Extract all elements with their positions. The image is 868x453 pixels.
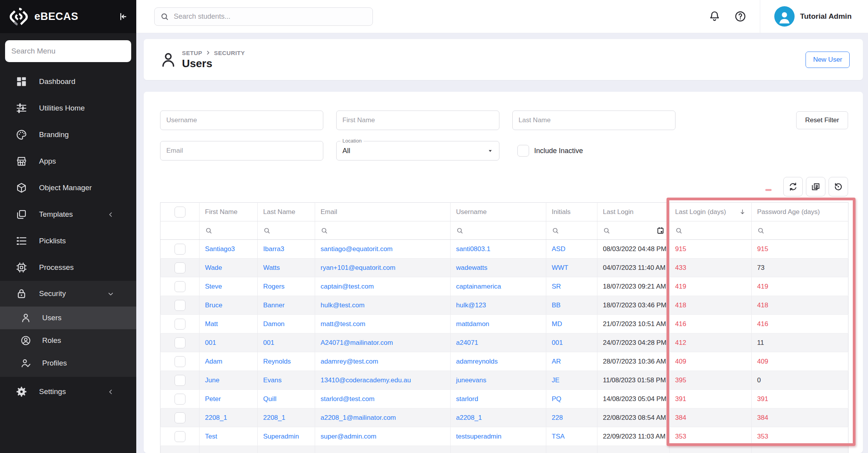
filter-cell-last-login-days[interactable]	[670, 221, 752, 240]
last-name-link[interactable]: Ibarra3	[263, 245, 284, 253]
include-inactive-checkbox[interactable]: Include Inactive	[512, 145, 583, 157]
revert-layout-button[interactable]	[829, 177, 848, 196]
row-checkbox[interactable]	[175, 262, 185, 273]
row-checkbox[interactable]	[175, 300, 185, 311]
filter-cell-initials[interactable]	[546, 221, 597, 240]
initials-value[interactable]: 228	[552, 414, 563, 421]
last-name-link[interactable]: Reynolds	[263, 358, 291, 365]
help-icon[interactable]	[734, 10, 747, 23]
row-checkbox[interactable]	[175, 244, 185, 255]
sidebar-item-picklists[interactable]: Picklists	[0, 228, 136, 254]
calendar-icon[interactable]	[656, 226, 665, 235]
initials-value[interactable]: AR	[552, 358, 561, 365]
first-name-link[interactable]: Test	[205, 433, 217, 440]
student-search-input[interactable]	[174, 12, 367, 21]
sidebar-item-roles[interactable]: Roles	[0, 329, 136, 352]
row-checkbox[interactable]	[175, 319, 185, 330]
email-link[interactable]: a2208_1@mailinator.com	[321, 414, 396, 421]
first-name-link[interactable]: June	[205, 376, 219, 384]
email-link[interactable]: hulk@test.com	[321, 301, 365, 309]
filter-cell-last-login[interactable]	[597, 221, 670, 240]
refresh-button[interactable]	[783, 177, 803, 196]
sidebar-search-input[interactable]	[5, 40, 131, 62]
row-checkbox[interactable]	[175, 412, 185, 423]
bell-icon[interactable]	[708, 10, 721, 23]
username-link[interactable]: wadewatts	[456, 264, 487, 271]
username-link[interactable]: testsuperadmin	[456, 433, 501, 440]
row-checkbox[interactable]	[175, 337, 185, 348]
email-link[interactable]: 13410@coderacademy.edu.au	[321, 376, 411, 384]
first-name-link[interactable]: 001	[205, 339, 216, 346]
last-name-link[interactable]: Banner	[263, 301, 285, 309]
filter-username-input[interactable]	[160, 111, 323, 130]
filter-last-name-input[interactable]	[512, 111, 676, 130]
initials-value[interactable]: JE	[552, 376, 560, 384]
first-name-link[interactable]: 2208_1	[205, 414, 227, 421]
col-header-email[interactable]: Email	[315, 203, 451, 221]
username-link[interactable]: captainamerica	[456, 283, 501, 290]
new-user-button[interactable]: New User	[806, 52, 850, 68]
sidebar-item-processes[interactable]: Processes	[0, 254, 136, 281]
username-link[interactable]: hulk@123	[456, 301, 486, 309]
first-name-link[interactable]: Santiago3	[205, 245, 235, 253]
username-link[interactable]: adamreynolds	[456, 358, 498, 365]
select-all-checkbox[interactable]	[175, 207, 185, 218]
initials-value[interactable]: ASD	[552, 245, 565, 253]
first-name-link[interactable]: Wade	[205, 264, 222, 271]
last-name-link[interactable]: Evans	[263, 376, 282, 384]
sidebar-item-templates[interactable]: Templates	[0, 201, 136, 228]
sidebar-item-utilities-home[interactable]: Utilities Home	[0, 95, 136, 121]
location-select[interactable]: Location All	[336, 141, 499, 161]
breadcrumb-security[interactable]: SECURITY	[214, 50, 245, 56]
first-name-link[interactable]: Adam	[205, 358, 222, 365]
row-checkbox[interactable]	[175, 431, 185, 442]
username-link[interactable]: santi0803.1	[456, 245, 490, 253]
row-checkbox[interactable]	[175, 394, 185, 405]
first-name-link[interactable]: Matt	[205, 320, 218, 328]
sidebar-item-settings[interactable]: Settings	[0, 378, 136, 405]
email-link[interactable]: santiago@equatorit.com	[321, 245, 393, 253]
filter-cell-first-name[interactable]	[200, 221, 258, 240]
email-link[interactable]: A24071@mailinator.com	[321, 339, 393, 346]
initials-value[interactable]: BB	[552, 301, 561, 309]
sidebar-item-apps[interactable]: Apps	[0, 148, 136, 175]
sidebar-item-profiles[interactable]: Profiles	[0, 352, 136, 375]
filter-email-input[interactable]	[160, 141, 323, 161]
last-name-link[interactable]: Damon	[263, 320, 285, 328]
email-link[interactable]: matt@test.com	[321, 320, 365, 328]
filter-first-name-input[interactable]	[336, 111, 499, 130]
first-name-link[interactable]: Steve	[205, 283, 222, 290]
row-checkbox[interactable]	[175, 281, 185, 292]
column-chooser-button[interactable]	[806, 177, 825, 196]
col-header-last-name[interactable]: Last Name	[258, 203, 315, 221]
user-menu[interactable]: Tutorial Admin	[760, 6, 868, 27]
reset-filter-button[interactable]: Reset Filter	[796, 111, 848, 129]
row-checkbox[interactable]	[175, 356, 185, 367]
col-header-initials[interactable]: Initials	[546, 203, 597, 221]
filter-cell-username[interactable]	[451, 221, 546, 240]
initials-value[interactable]: SR	[552, 283, 561, 290]
email-link[interactable]: adamrey@test.com	[321, 358, 378, 365]
last-name-link[interactable]: 2208_1	[263, 414, 285, 421]
initials-value[interactable]: MD	[552, 320, 562, 328]
initials-value[interactable]: TSA	[552, 433, 565, 440]
email-link[interactable]: ryan+101@equatorit.com	[321, 264, 396, 271]
email-link[interactable]: super@admin.com	[321, 433, 376, 440]
sidebar-item-object-manager[interactable]: Object Manager	[0, 175, 136, 201]
email-link[interactable]: captain@test.com	[321, 283, 374, 290]
sidebar-item-dashboard[interactable]: Dashboard	[0, 68, 136, 95]
initials-value[interactable]: PQ	[552, 395, 561, 403]
sidebar-collapse-icon[interactable]	[118, 11, 128, 22]
username-link[interactable]: a2208_1	[456, 414, 482, 421]
breadcrumb-setup[interactable]: SETUP	[182, 50, 202, 56]
last-name-link[interactable]: Superadmin	[263, 433, 299, 440]
last-name-link[interactable]: Rogers	[263, 283, 285, 290]
col-header-last-login[interactable]: Last Login	[597, 203, 670, 221]
username-link[interactable]: mattdamon	[456, 320, 489, 328]
filter-cell-password-age-days[interactable]	[752, 221, 848, 240]
col-header-last-login-days[interactable]: Last Login (days)	[670, 203, 752, 221]
initials-value[interactable]: 001	[552, 339, 563, 346]
last-name-link[interactable]: Quill	[263, 395, 276, 403]
email-link[interactable]: starlord@test.com	[321, 395, 374, 403]
sidebar-item-users[interactable]: Users	[0, 307, 136, 329]
